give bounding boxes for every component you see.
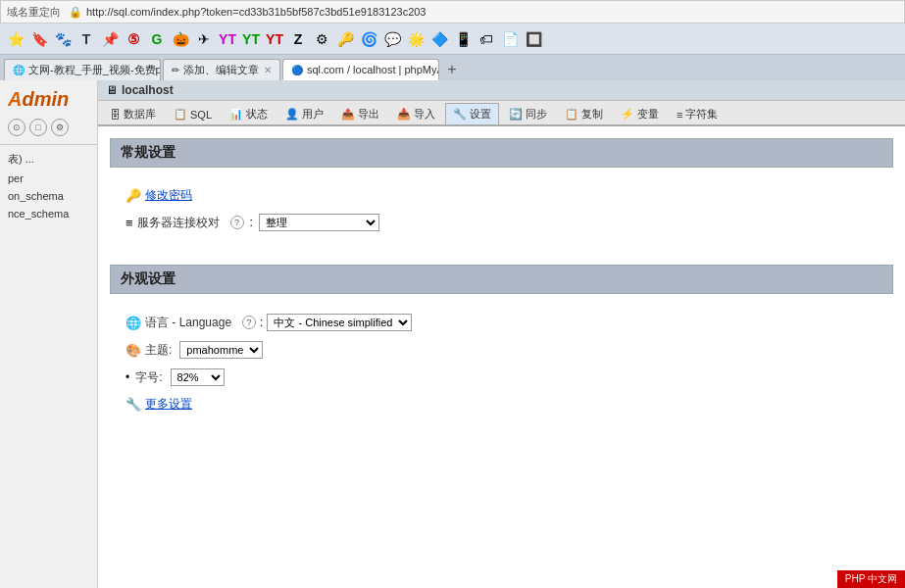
general-settings-header: 常规设置 [110,138,893,168]
sidebar-brand: Admin [0,84,97,115]
browser-toolbar: ⭐ 🔖 🐾 T 📌 ⑤ G 🎃 ✈ YT YT YT Z ⚙ 🔑 🌀 💬 🌟 🔷… [0,24,905,55]
nav-export-icon: 📤 [341,108,355,121]
nav-charset[interactable]: ≡ 字符集 [669,103,726,124]
toolbar-icon-20[interactable]: 📱 [452,28,474,50]
toolbar-icon-3[interactable]: 🐾 [52,28,74,50]
toolbar-icon-7[interactable]: G [146,28,168,50]
font-bullet: • [126,370,129,384]
toolbar-icon-4[interactable]: T [75,28,97,50]
theme-select[interactable]: pmahomme original [179,341,263,359]
sidebar-icon-home[interactable]: ⊙ [8,119,25,136]
tab-2-label: 添加、编辑文章 [183,63,259,77]
nav-users-icon: 👤 [285,108,299,121]
nav-settings-label: 设置 [470,107,491,122]
sidebar-divider [0,144,97,145]
nav-status-icon: 📊 [229,108,243,121]
tab-1[interactable]: 🌐 文网-教程_手册_视频-免费p ✕ [4,59,161,80]
nav-variables-label: 变量 [637,107,659,122]
nav-settings-icon: 🔧 [453,108,467,121]
nav-replicate[interactable]: 📋 复制 [557,103,611,124]
toolbar-icon-5[interactable]: 📌 [99,28,121,50]
font-row: • 字号: 82% 80% 90% 100% [126,368,878,386]
nav-status-label: 状态 [246,107,268,122]
toolbar-icon-2[interactable]: 🔖 [28,28,50,50]
nav-db-icon: 🗄 [110,109,121,121]
nav-export-label: 导出 [358,107,379,122]
toolbar-icon-21[interactable]: 🏷 [476,28,497,50]
nav-sync[interactable]: 🔄 同步 [501,103,555,124]
nav-import[interactable]: 📥 导入 [389,103,443,124]
nav-db-label: 数据库 [124,107,156,122]
toolbar-icon-23[interactable]: 🔲 [523,28,544,50]
sidebar-icon-settings[interactable]: ⚙ [51,119,69,136]
nav-charset-label: 字符集 [685,107,718,122]
toolbar-icon-19[interactable]: 🔷 [428,28,450,50]
toolbar-icon-11[interactable]: YT [240,28,262,50]
language-select[interactable]: 中文 - Chinese simplified English 日本語 - Ja… [267,314,412,331]
new-tab-button[interactable]: + [441,59,463,80]
collation-row: ≡ 服务器连接校对 ? : 整理 utf8_general_ci utf8mb4… [126,214,878,231]
toolbar-icon-18[interactable]: 🌟 [405,28,427,50]
sidebar-icon-docs[interactable]: □ [29,119,47,136]
font-label: 字号: [135,369,162,386]
collation-select[interactable]: 整理 utf8_general_ci utf8mb4_general_ci [259,214,379,231]
nav-charset-icon: ≡ [677,109,682,121]
settings-area: 常规设置 🔑 修改密码 ≡ 服务器连接校对 ? : 整理 utf8_genera… [98,126,905,458]
sidebar-item-on-schema[interactable]: on_schema [0,187,97,205]
nav-status[interactable]: 📊 状态 [222,103,276,124]
collation-separator: : [250,216,253,229]
language-help-icon[interactable]: ? [242,316,256,329]
toolbar-icon-14[interactable]: ⚙ [311,28,332,50]
nav-export[interactable]: 📤 导出 [333,103,387,124]
sidebar-item-per[interactable]: per [0,170,97,187]
tab-3[interactable]: 🔵 sql.com / localhost | phpMyAdm ✕ [282,59,439,80]
sidebar: Admin ⊙ □ ⚙ 表) ... per on_schema nce_sch… [0,80,98,588]
toolbar-icon-9[interactable]: ✈ [193,28,215,50]
toolbar-icon-15[interactable]: 🔑 [334,28,356,50]
nav-variables[interactable]: ⚡ 变量 [613,103,667,124]
nav-import-label: 导入 [414,107,435,122]
theme-row: 🎨 主题: pmahomme original [126,341,878,359]
language-icon: 🌐 [126,316,141,330]
nav-variables-icon: ⚡ [621,108,634,121]
server-icon: 🖥 [106,83,118,97]
nav-sql[interactable]: 📋 SQL [166,104,220,123]
tab-1-label: 文网-教程_手册_视频-免费p [28,63,161,77]
font-select[interactable]: 82% 80% 90% 100% [171,368,225,386]
nav-databases[interactable]: 🗄 数据库 [102,103,164,124]
appearance-settings-title: 外观设置 [121,270,176,286]
theme-icon: 🎨 [126,343,141,358]
toolbar-icon-22[interactable]: 📄 [499,28,521,50]
toolbar-icon-17[interactable]: 💬 [381,28,403,50]
change-password-link[interactable]: 修改密码 [145,187,192,204]
nav-replicate-icon: 📋 [565,108,578,121]
toolbar-icon-10[interactable]: YT [217,28,238,50]
theme-label: 主题: [145,342,172,359]
toolbar-icon-13[interactable]: Z [287,28,309,50]
nav-users-label: 用户 [302,107,324,122]
url-text[interactable]: http://sql.com/index.php?token=cd33b31b5… [86,6,426,18]
tab-2-icon: ✏ [172,65,179,75]
tab-2-close[interactable]: ✕ [264,65,272,75]
tab-2[interactable]: ✏ 添加、编辑文章 ✕ [163,59,280,80]
nav-replicate-label: 复制 [581,107,603,122]
toolbar-icon-1[interactable]: ⭐ [5,28,26,50]
toolbar-icon-16[interactable]: 🌀 [358,28,379,50]
more-settings-link[interactable]: 更多设置 [145,396,192,413]
password-icon: 🔑 [126,188,141,203]
pma-server-bar: 🖥 localhost [98,80,905,101]
sidebar-icons-row: ⊙ □ ⚙ [0,115,97,140]
collation-icon: ≡ [126,216,133,230]
redirect-label: 域名重定向 [7,5,61,20]
nav-settings[interactable]: 🔧 设置 [445,103,499,124]
collation-help-icon[interactable]: ? [230,216,244,229]
toolbar-icon-8[interactable]: 🎃 [170,28,191,50]
pma-content: 🖥 localhost 🗄 数据库 📋 SQL 📊 状态 👤 用户 📤 [98,80,905,588]
sidebar-item-table[interactable]: 表) ... [0,149,97,170]
toolbar-icon-6[interactable]: ⑤ [123,28,144,50]
toolbar-icon-12[interactable]: YT [264,28,285,50]
nav-users[interactable]: 👤 用户 [277,103,331,124]
tab-1-icon: 🌐 [13,65,25,75]
sidebar-item-nce-schema[interactable]: nce_schema [0,205,97,222]
browser-tabs: 🌐 文网-教程_手册_视频-免费p ✕ ✏ 添加、编辑文章 ✕ 🔵 sql.co… [0,55,905,80]
